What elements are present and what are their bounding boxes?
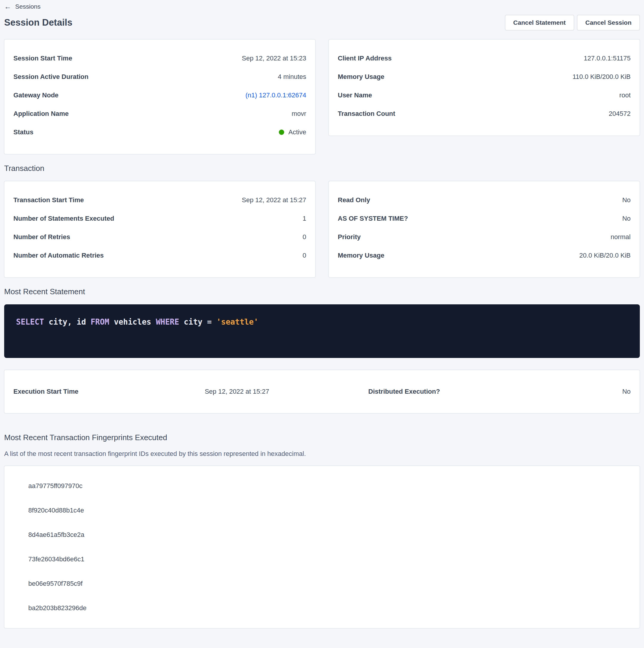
transaction-start-time-row: Transaction Start Time Sep 12, 2022 at 1… [13, 191, 306, 209]
kv-label: Transaction Count [338, 109, 395, 118]
kv-label: Gateway Node [13, 91, 59, 100]
back-arrow-icon: ← [4, 3, 11, 10]
status-badge: Active [279, 128, 306, 137]
sql-string-literal: 'seattle' [216, 317, 258, 326]
session-start-time-row: Session Start Time Sep 12, 2022 at 15:23 [13, 49, 306, 68]
gateway-node-row: Gateway Node (n1) 127.0.0.1:62674 [13, 86, 306, 105]
sql-condition: city = [179, 317, 216, 326]
sql-keyword: FROM [91, 317, 109, 326]
fingerprint-item: 8f920c40d88b1c4e [13, 498, 631, 523]
fingerprint-item: 8d4ae61a5fb3ce2a [13, 523, 631, 547]
kv-value: 127.0.0.1:51175 [584, 54, 631, 63]
kv-label: Priority [338, 232, 361, 241]
kv-value: Sep 12, 2022 at 15:27 [242, 196, 306, 205]
kv-value: normal [611, 232, 631, 241]
priority-row: Priority normal [338, 228, 631, 246]
kv-label: Transaction Start Time [13, 196, 84, 205]
gateway-node-link[interactable]: (n1) 127.0.0.1:62674 [245, 91, 306, 100]
kv-label: Status [13, 128, 33, 137]
execution-start-time-label: Execution Start Time [13, 387, 205, 396]
distributed-execution-value: No [622, 387, 631, 396]
kv-value: 0 [303, 232, 306, 241]
kv-label: Session Start Time [13, 54, 72, 63]
status-active-dot [279, 129, 284, 135]
page-header: Session Details Cancel Statement Cancel … [4, 15, 640, 31]
header-actions: Cancel Statement Cancel Session [505, 15, 640, 31]
breadcrumb-label: Sessions [15, 3, 41, 10]
cancel-statement-button[interactable]: Cancel Statement [505, 15, 574, 31]
fingerprint-item: be06e9570f785c9f [13, 572, 631, 596]
session-info-card-left: Session Start Time Sep 12, 2022 at 15:23… [4, 39, 315, 154]
transaction-cards-row: Transaction Start Time Sep 12, 2022 at 1… [4, 181, 640, 277]
breadcrumb-back-link[interactable]: ← Sessions [4, 3, 41, 10]
kv-value: Sep 12, 2022 at 15:23 [242, 54, 306, 63]
kv-label: Client IP Address [338, 54, 392, 63]
kv-label: AS OF SYSTEM TIME? [338, 214, 408, 223]
kv-value: 4 minutes [278, 72, 306, 81]
session-active-duration-row: Session Active Duration 4 minutes [13, 68, 306, 86]
sql-table: vehicles [109, 317, 156, 326]
kv-label: Memory Usage [338, 251, 385, 260]
session-info-card-right: Client IP Address 127.0.0.1:51175 Memory… [329, 39, 640, 136]
transaction-count-row: Transaction Count 204572 [338, 105, 631, 123]
kv-label: Application Name [13, 109, 69, 118]
memory-usage-row: Memory Usage 110.0 KiB/200.0 KiB [338, 68, 631, 86]
kv-label: Memory Usage [338, 72, 385, 81]
read-only-row: Read Only No [338, 191, 631, 209]
user-name-row: User Name root [338, 86, 631, 105]
kv-value: 1 [303, 214, 306, 223]
transaction-info-card-right: Read Only No AS OF SYSTEM TIME? No Prior… [329, 181, 640, 277]
kv-label: Number of Statements Executed [13, 214, 114, 223]
execution-info-card: Execution Start Time Sep 12, 2022 at 15:… [4, 370, 640, 413]
kv-label: Number of Automatic Retries [13, 251, 104, 260]
status-row: Status Active [13, 123, 306, 142]
fingerprint-item: aa79775ff097970c [13, 474, 631, 498]
fingerprint-item: 73fe26034bd6e6c1 [13, 547, 631, 572]
section-title-most-recent-statement: Most Recent Statement [4, 286, 640, 296]
fingerprints-description: A list of the most recent transaction fi… [4, 450, 640, 458]
sql-keyword: WHERE [156, 317, 179, 326]
application-name-row: Application Name movr [13, 105, 306, 123]
sql-statement: SELECT city, id FROM vehicles WHERE city… [16, 317, 258, 326]
sql-statement-box: SELECT city, id FROM vehicles WHERE city… [4, 304, 640, 358]
fingerprint-item: ba2b203b823296de [13, 596, 631, 620]
session-details-page: ← Sessions Session Details Cancel Statem… [0, 0, 644, 628]
txn-memory-usage-row: Memory Usage 20.0 KiB/20.0 KiB [338, 246, 631, 265]
kv-value: No [622, 214, 631, 223]
sql-columns: city, id [44, 317, 91, 326]
cancel-session-button[interactable]: Cancel Session [577, 15, 640, 31]
kv-label: Number of Retries [13, 232, 70, 241]
kv-value: root [619, 91, 631, 100]
section-title-transaction: Transaction [4, 163, 640, 173]
fingerprints-card: aa79775ff097970c 8f920c40d88b1c4e 8d4ae6… [4, 466, 640, 628]
kv-label: Session Active Duration [13, 72, 89, 81]
kv-value: movr [292, 109, 306, 118]
statements-executed-row: Number of Statements Executed 1 [13, 209, 306, 228]
kv-value: 204572 [609, 109, 631, 118]
fingerprints-section-title: Most Recent Transaction Fingerprints Exe… [4, 432, 640, 442]
kv-value: 20.0 KiB/20.0 KiB [579, 251, 631, 260]
status-label: Active [288, 128, 306, 137]
automatic-retries-row: Number of Automatic Retries 0 [13, 246, 306, 265]
kv-value: 0 [303, 251, 306, 260]
kv-label: Read Only [338, 196, 370, 205]
distributed-execution-label: Distributed Execution? [368, 387, 440, 396]
session-cards-row: Session Start Time Sep 12, 2022 at 15:23… [4, 39, 640, 154]
kv-value: No [622, 196, 631, 205]
kv-value: 110.0 KiB/200.0 KiB [573, 72, 631, 81]
execution-start-time-value: Sep 12, 2022 at 15:27 [205, 387, 368, 396]
sql-keyword: SELECT [16, 317, 44, 326]
transaction-info-card-left: Transaction Start Time Sep 12, 2022 at 1… [4, 181, 315, 277]
page-title: Session Details [4, 17, 72, 28]
kv-label: User Name [338, 91, 372, 100]
retries-row: Number of Retries 0 [13, 228, 306, 246]
as-of-system-time-row: AS OF SYSTEM TIME? No [338, 209, 631, 228]
client-ip-row: Client IP Address 127.0.0.1:51175 [338, 49, 631, 68]
